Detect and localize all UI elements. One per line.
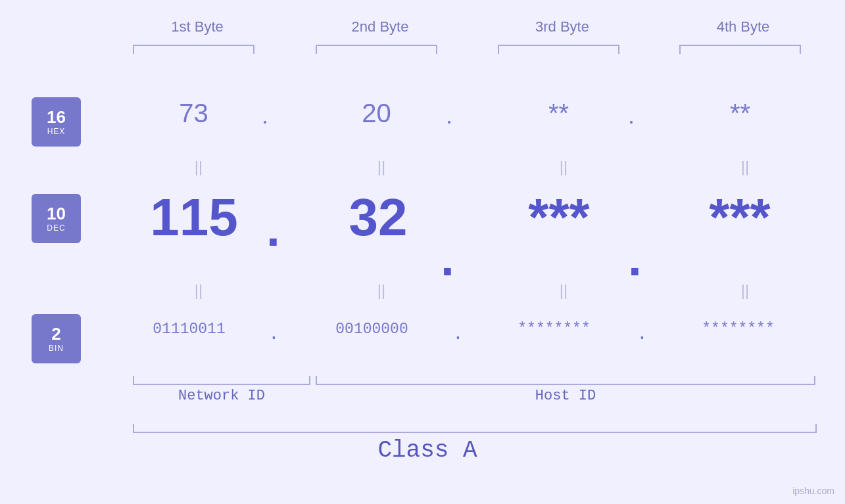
bin-dot-3: . [637, 324, 648, 344]
bin-val-b1: 01110011 [115, 321, 263, 338]
equals-1-b3: || [498, 158, 629, 176]
hex-badge-label: HEX [47, 127, 66, 136]
network-id-bracket [133, 376, 310, 385]
bin-badge-label: BIN [49, 344, 64, 353]
dec-dot-3: . [628, 230, 642, 286]
byte4-header: 4th Byte [677, 18, 809, 35]
bin-val-b3: ******** [480, 321, 628, 338]
hex-dot-3: . [628, 102, 635, 129]
bin-val-b4: ******** [664, 321, 812, 338]
hex-dot-1: . [262, 102, 268, 129]
hex-badge: 16 HEX [32, 97, 81, 147]
equals-2-b3: || [498, 281, 629, 300]
dec-dot-2: . [441, 230, 454, 286]
byte4-top-bracket [679, 45, 801, 54]
bin-dot-2: . [452, 324, 464, 344]
hex-dot-2: . [446, 102, 452, 129]
dec-val-b4: *** [661, 187, 819, 248]
dec-val-b2: 32 [299, 187, 457, 248]
host-id-label: Host ID [316, 388, 815, 404]
dec-badge-num: 10 [47, 204, 66, 223]
bin-badge: 2 BIN [32, 314, 81, 363]
bin-dot-1: . [268, 324, 279, 344]
equals-1-b1: || [133, 158, 264, 176]
bin-badge-num: 2 [51, 325, 60, 344]
full-bottom-bracket [133, 424, 817, 433]
page-layout: 1st Byte 2nd Byte 3rd Byte 4th Byte 16 H… [0, 0, 845, 504]
host-id-bracket [316, 376, 815, 385]
dec-dot-1: . [266, 200, 280, 257]
dec-val-b1: 115 [115, 187, 273, 248]
bin-val-b2: 00100000 [298, 321, 446, 338]
hex-val-b2: 20 [316, 99, 437, 128]
byte2-header: 2nd Byte [314, 18, 446, 35]
hex-val-b1: 73 [133, 99, 254, 128]
class-label: Class A [197, 437, 658, 464]
equals-2-b4: || [679, 281, 811, 300]
equals-1-b2: || [316, 158, 447, 176]
hex-val-b3: ** [498, 99, 619, 128]
byte1-top-bracket [133, 45, 254, 54]
network-id-label: Network ID [133, 388, 310, 404]
equals-2-b2: || [316, 281, 447, 300]
equals-1-b4: || [679, 158, 811, 176]
byte3-top-bracket [498, 45, 619, 54]
dec-badge-label: DEC [47, 223, 65, 233]
equals-2-b1: || [133, 281, 264, 300]
byte1-header: 1st Byte [132, 18, 263, 35]
dec-val-b3: *** [480, 187, 638, 248]
hex-val-b4: ** [679, 99, 801, 128]
byte2-top-bracket [316, 45, 437, 54]
watermark: ipshu.com [792, 486, 834, 496]
dec-badge: 10 DEC [32, 194, 81, 243]
hex-badge-num: 16 [47, 108, 66, 127]
byte3-header: 3rd Byte [496, 18, 628, 35]
